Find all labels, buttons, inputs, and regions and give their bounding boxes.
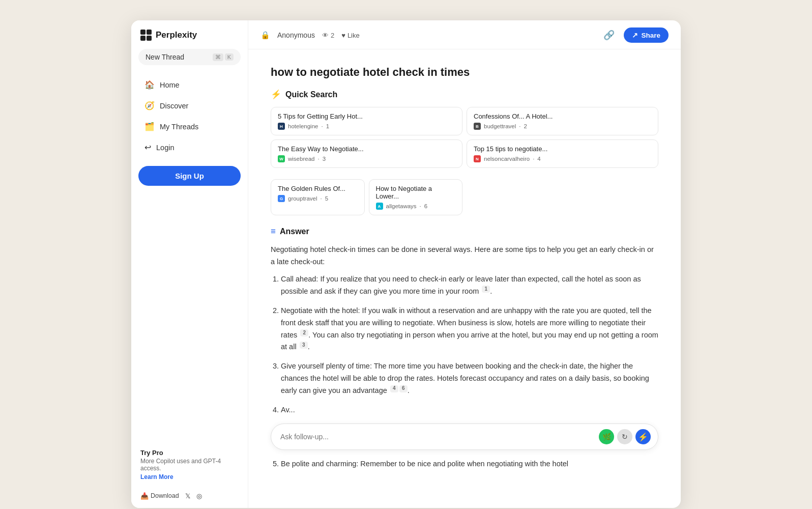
follow-up-bar: 🌿 ↻ ⚡	[271, 423, 658, 450]
logo-icon	[140, 30, 152, 41]
source-name-2: budgettravel	[484, 123, 516, 129]
threads-icon: 🗂️	[144, 122, 155, 131]
follow-up-input[interactable]	[280, 433, 595, 441]
follow-up-actions: 🌿 ↻ ⚡	[599, 429, 651, 444]
source-card-2-meta: B budgettravel · 2	[474, 123, 651, 130]
action-button-green[interactable]: 🌿	[599, 429, 614, 444]
source-card-6[interactable]: How to Negotiate a Lower... A allgetaway…	[369, 179, 463, 215]
answer-section: ≡ Answer Negotiating hotel check-in time…	[271, 227, 658, 470]
list-item-3-text: Give yourself plenty of time: The more t…	[281, 362, 649, 394]
sidebar-footer: 📥 Download 𝕏 ◎	[131, 487, 248, 502]
cite-2b: 3	[300, 342, 308, 349]
top-bar: 🔒 Anonymous 👁 2 ♥ Like 🔗 ↗ Share	[248, 20, 681, 49]
list-item-2: Negotiate with the hotel: If you walk in…	[281, 305, 658, 354]
keyboard-hint: ⌘ K	[213, 53, 234, 61]
download-link[interactable]: 📥 Download	[140, 492, 179, 500]
answer-title: Answer	[280, 227, 309, 236]
list-item-2-cont: . You can also try negotiating in person…	[281, 331, 658, 351]
try-pro-section: Try Pro More Copilot uses and GPT-4 acce…	[131, 444, 248, 483]
sidebar-item-discover-label: Discover	[160, 102, 188, 110]
source-card-3-meta: W wisebread · 3	[278, 155, 455, 162]
new-thread-button[interactable]: New Thread ⌘ K	[138, 49, 241, 65]
new-thread-label: New Thread	[146, 53, 184, 61]
copy-link-button[interactable]: 🔗	[599, 27, 619, 43]
anonymous-label: Anonymous	[277, 31, 315, 39]
source-favicon-1: H	[278, 123, 285, 130]
source-card-4[interactable]: Top 15 tips to negotiate... N nelsoncarv…	[467, 139, 658, 168]
cite-3a: 4	[390, 385, 398, 392]
source-name-5: grouptravel	[288, 195, 317, 202]
source-card-4-title: Top 15 tips to negotiate...	[474, 145, 651, 153]
action-button-rotate[interactable]: ↻	[617, 429, 632, 444]
sign-up-button[interactable]: Sign Up	[138, 166, 241, 186]
source-num-1: 1	[326, 123, 329, 129]
source-card-5-title: The Golden Rules Of...	[278, 185, 358, 192]
source-name-6: allgetaways	[386, 203, 417, 209]
discord-link[interactable]: ◎	[196, 492, 202, 500]
source-card-3-title: The Easy Way to Negotiate...	[278, 145, 455, 153]
kbd-k: K	[225, 53, 234, 61]
download-icon: 📥	[140, 492, 149, 500]
sidebar-item-login-label: Login	[156, 144, 174, 152]
source-favicon-3: W	[278, 155, 285, 162]
source-card-1[interactable]: 5 Tips for Getting Early Hot... H hotele…	[271, 107, 462, 135]
rotate-icon: ↻	[622, 433, 628, 441]
discover-icon: 🧭	[144, 101, 155, 110]
share-button[interactable]: ↗ Share	[624, 27, 669, 43]
source-name-1: hotelengine	[288, 123, 318, 129]
learn-more-link[interactable]: Learn More	[140, 473, 173, 480]
source-cards-row2: The Golden Rules Of... G grouptravel · 5…	[271, 179, 658, 215]
source-num-3: 3	[323, 156, 326, 162]
list-item-5-text: Be polite and charming: Remember to be n…	[281, 460, 568, 468]
sep2: ·	[519, 123, 520, 129]
follow-up-container: 🌿 ↻ ⚡	[271, 423, 658, 450]
source-card-5[interactable]: The Golden Rules Of... G grouptravel · 5	[271, 179, 365, 215]
source-card-2[interactable]: Confessions Of... A Hotel... B budgettra…	[467, 107, 658, 135]
sidebar-item-discover[interactable]: 🧭 Discover	[135, 96, 244, 116]
top-bar-left: 🔒 Anonymous 👁 2 ♥ Like	[260, 31, 360, 40]
app-window: Perplexity New Thread ⌘ K 🏠 Home 🧭 Disco…	[131, 20, 681, 508]
answer-intro: Negotiating hotel check-in times can be …	[271, 244, 658, 268]
top-bar-right: 🔗 ↗ Share	[599, 27, 669, 43]
list-item-4-text: Av...	[281, 406, 295, 414]
sep4: ·	[533, 156, 534, 162]
cite-1: 1	[482, 286, 490, 293]
heart-icon: ♥	[341, 32, 345, 39]
lightning-icon: ⚡	[271, 89, 281, 100]
cite-2a: 2	[300, 329, 308, 336]
source-favicon-5: G	[278, 195, 285, 202]
source-num-4: 4	[537, 156, 540, 162]
send-icon: ⚡	[638, 432, 648, 442]
source-name-3: wisebread	[288, 156, 314, 162]
question-title: how to negotiate hotel check in times	[271, 66, 658, 79]
sidebar-item-login[interactable]: ↩ Login	[135, 137, 244, 157]
home-icon: 🏠	[144, 80, 155, 90]
source-card-2-title: Confessions Of... A Hotel...	[474, 112, 651, 120]
kbd-cmd: ⌘	[213, 53, 223, 61]
sidebar-item-my-threads-label: My Threads	[160, 123, 198, 131]
view-number: 2	[331, 32, 334, 39]
source-num-2: 2	[524, 123, 527, 129]
sidebar-item-home[interactable]: 🏠 Home	[135, 75, 244, 95]
submit-button[interactable]: ⚡	[635, 429, 651, 444]
share-label: Share	[641, 32, 660, 39]
twitter-link[interactable]: 𝕏	[185, 492, 190, 500]
list-item-2-end: .	[308, 343, 310, 351]
source-card-3[interactable]: The Easy Way to Negotiate... W wisebread…	[271, 139, 462, 168]
login-icon: ↩	[144, 143, 151, 152]
try-pro-desc: More Copilot uses and GPT-4 access.	[140, 458, 239, 472]
source-name-4: nelsoncarvalheiro	[484, 156, 530, 162]
source-card-6-meta: A allgetaways · 6	[376, 203, 456, 210]
sidebar-item-my-threads[interactable]: 🗂️ My Threads	[135, 117, 244, 136]
list-item-1-text: Call ahead: If you realize that you need…	[281, 275, 641, 295]
list-icon: ≡	[271, 227, 276, 237]
list-item-1: Call ahead: If you realize that you need…	[281, 273, 658, 298]
list-item-4: Av...	[281, 404, 658, 416]
source-favicon-2: B	[474, 123, 481, 130]
source-cards-row1: 5 Tips for Getting Early Hot... H hotele…	[271, 107, 658, 168]
answer-list: Call ahead: If you realize that you need…	[271, 273, 658, 416]
like-button[interactable]: ♥ Like	[341, 32, 360, 39]
list-item-3: Give yourself plenty of time: The more t…	[281, 360, 658, 397]
eye-icon: 👁	[322, 32, 329, 39]
list-item-1-end: .	[490, 287, 492, 295]
